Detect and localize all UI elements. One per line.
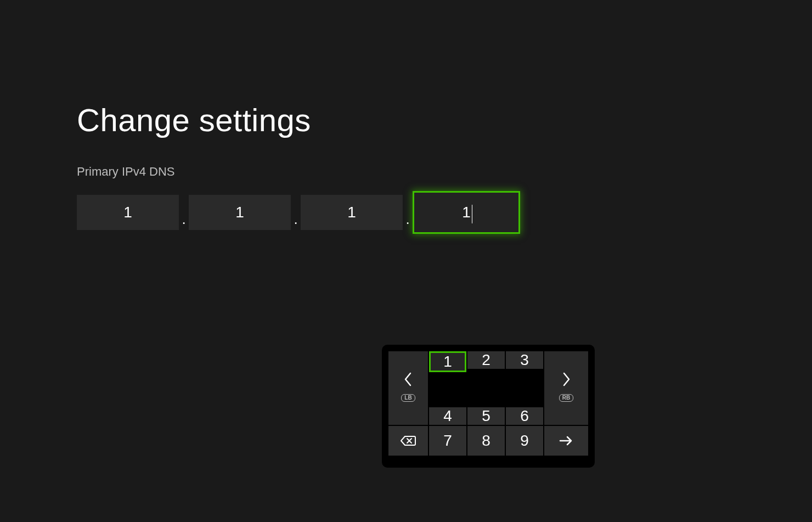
ip-octet-1[interactable]: 1 <box>77 195 179 230</box>
keypad-enter-button[interactable] <box>544 426 588 456</box>
keypad-key-8[interactable]: 8 <box>467 426 505 456</box>
keypad-key-7[interactable]: 7 <box>429 426 466 456</box>
keypad-key-4[interactable]: 4 <box>429 407 466 425</box>
keypad-key-3[interactable]: 3 <box>506 351 543 369</box>
chevron-right-icon <box>560 371 572 388</box>
ip-octet-3[interactable]: 1 <box>301 195 403 230</box>
arrow-right-icon <box>558 435 574 447</box>
ip-dot: . <box>403 198 413 228</box>
keypad-right-button[interactable]: RB <box>544 351 588 425</box>
keypad-left-button[interactable]: LB <box>388 351 428 425</box>
keypad-key-5[interactable]: 5 <box>467 407 505 425</box>
numeric-keypad: LB 1 2 3 RB 4 5 6 7 8 9 <box>382 345 595 468</box>
field-label-primary-dns: Primary IPv4 DNS <box>77 165 174 179</box>
keypad-backspace-button[interactable] <box>388 426 428 456</box>
keypad-key-1[interactable]: 1 <box>429 351 466 372</box>
ip-dot: . <box>179 198 189 228</box>
ip-dot: . <box>291 198 301 228</box>
backspace-icon <box>400 435 416 447</box>
ip-octet-2[interactable]: 1 <box>189 195 291 230</box>
chevron-left-icon <box>402 371 414 388</box>
ip-octet-4[interactable]: 1 <box>413 191 520 234</box>
keypad-key-2[interactable]: 2 <box>467 351 505 369</box>
ip-address-row: 1 . 1 . 1 . 1 <box>77 191 520 234</box>
keypad-key-9[interactable]: 9 <box>506 426 543 456</box>
rb-badge: RB <box>559 394 573 402</box>
keypad-key-6[interactable]: 6 <box>506 407 543 425</box>
page-title: Change settings <box>77 102 311 138</box>
lb-badge: LB <box>401 394 415 402</box>
